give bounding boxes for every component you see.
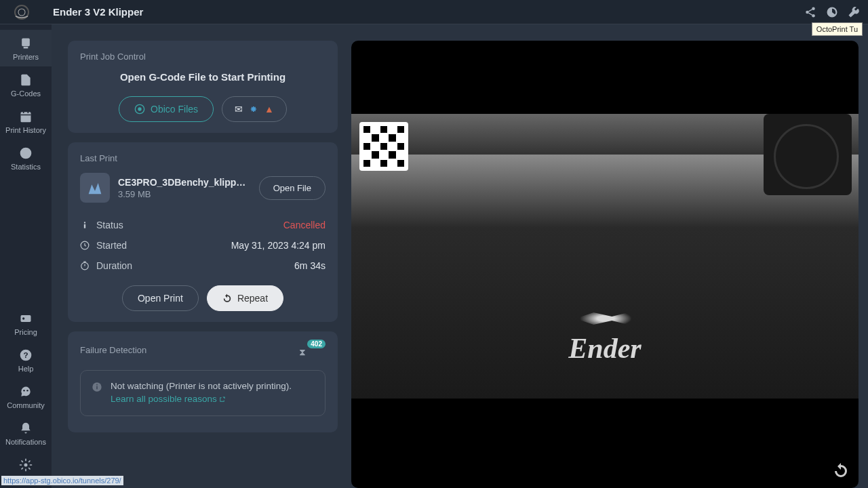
- sidebar-item-statistics[interactable]: Statistics: [0, 140, 52, 176]
- svg-rect-7: [22, 39, 30, 47]
- svg-rect-10: [21, 315, 31, 322]
- svg-point-3: [19, 9, 25, 16]
- bed-logo: Ender: [568, 332, 641, 365]
- wrench-icon[interactable]: [848, 6, 860, 18]
- last-print-card: Last Print CE3PRO_3DBenchy_klipper-… 3.5…: [68, 142, 338, 322]
- duration-value: 6m 34s: [294, 260, 326, 271]
- failure-detection-card: Failure Detection ⧗ 402 Not watching (Pr…: [68, 331, 338, 432]
- card-title: Print Job Control: [80, 52, 326, 62]
- card-title: Failure Detection: [80, 345, 146, 355]
- info-icon: [80, 220, 90, 230]
- status-value: Cancelled: [283, 220, 326, 230]
- sidebar-item-notifications[interactable]: Notifications: [0, 415, 52, 451]
- card-title: Last Print: [80, 153, 326, 163]
- share-icon[interactable]: [804, 6, 816, 18]
- envelope-icon: ✉: [235, 104, 243, 115]
- svg-rect-8: [24, 47, 28, 49]
- sidebar-item-help[interactable]: ?Help: [0, 342, 52, 378]
- print-job-control-card: Print Job Control Open G-Code File to St…: [68, 41, 338, 133]
- started-value: May 31, 2023 4:24 pm: [231, 240, 326, 251]
- svg-point-16: [24, 464, 28, 467]
- sidebar-item-community[interactable]: Community: [0, 378, 52, 415]
- file-thumbnail: [80, 173, 110, 203]
- svg-point-18: [138, 107, 141, 110]
- svg-point-4: [812, 7, 815, 10]
- credits-badge[interactable]: 402: [307, 340, 326, 348]
- svg-rect-20: [84, 224, 85, 228]
- open-print-button[interactable]: Open Print: [122, 285, 199, 311]
- reload-icon[interactable]: [833, 462, 849, 479]
- sidebar-item-printers[interactable]: Printers: [0, 30, 52, 66]
- svg-point-14: [23, 390, 25, 392]
- svg-point-22: [81, 262, 89, 270]
- open-file-button[interactable]: Open File: [259, 176, 326, 200]
- page-title: Ender 3 V2 Klipper: [53, 6, 143, 18]
- warning-icon: ▲: [264, 104, 274, 115]
- svg-point-11: [22, 317, 24, 319]
- fan-shroud: [764, 114, 852, 195]
- tooltip: OctoPrint Tu: [812, 22, 863, 36]
- camera-panel: Ender: [351, 41, 859, 488]
- filename: CE3PRO_3DBenchy_klipper-…: [118, 177, 251, 188]
- svg-point-25: [96, 384, 98, 386]
- svg-rect-9: [21, 112, 31, 122]
- timer-icon: [80, 261, 90, 270]
- qr-code: [359, 122, 408, 171]
- hourglass-icon: ⧗: [299, 346, 306, 358]
- bluetooth-icon: ⁕: [250, 104, 258, 115]
- status-bar-url: https://app-stg.obico.io/tunnels/279/: [1, 476, 123, 485]
- svg-text:?: ?: [23, 350, 28, 359]
- svg-rect-24: [96, 386, 97, 390]
- filesize: 3.59 MB: [118, 189, 251, 199]
- sidebar-item-pricing[interactable]: Pricing: [0, 305, 52, 342]
- not-watching-alert: Not watching (Printer is not actively pr…: [80, 370, 326, 416]
- svg-point-5: [806, 10, 809, 14]
- svg-point-19: [84, 222, 85, 223]
- obico-icon: [134, 104, 145, 115]
- repeat-icon: [222, 293, 232, 303]
- external-link-icon: [218, 396, 226, 403]
- sidebar: Printers G-Codes Print History Statistic…: [0, 24, 52, 488]
- clock-icon: [80, 241, 90, 250]
- sidebar-item-gcodes[interactable]: G-Codes: [0, 66, 52, 103]
- octoprint-tunnel-icon[interactable]: [826, 6, 838, 18]
- obico-files-button[interactable]: Obico Files: [119, 96, 214, 122]
- learn-reasons-link[interactable]: Learn all possible reasons: [111, 394, 226, 404]
- upload-sources-button[interactable]: ✉ ⁕ ▲: [222, 96, 287, 122]
- open-gcode-prompt: Open G-Code File to Start Printing: [80, 71, 326, 83]
- info-icon: [92, 382, 102, 392]
- repeat-button[interactable]: Repeat: [207, 285, 283, 311]
- camera-feed[interactable]: Ender: [351, 114, 859, 399]
- sidebar-item-print-history[interactable]: Print History: [0, 103, 52, 140]
- svg-point-6: [812, 14, 815, 18]
- svg-point-15: [26, 390, 28, 392]
- obico-logo-icon[interactable]: [14, 4, 30, 20]
